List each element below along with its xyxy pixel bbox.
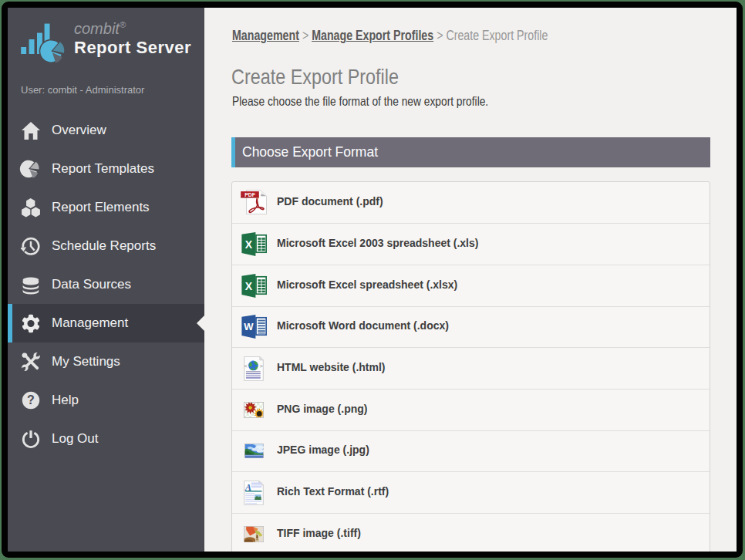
svg-text:?: ? bbox=[27, 393, 35, 407]
svg-text:X: X bbox=[244, 279, 252, 292]
svg-text:W: W bbox=[244, 322, 254, 333]
svg-text:<: < bbox=[244, 363, 248, 368]
svg-text:X: X bbox=[244, 238, 252, 251]
svg-text:>: > bbox=[260, 363, 263, 368]
svg-text:PDF: PDF bbox=[244, 192, 255, 197]
